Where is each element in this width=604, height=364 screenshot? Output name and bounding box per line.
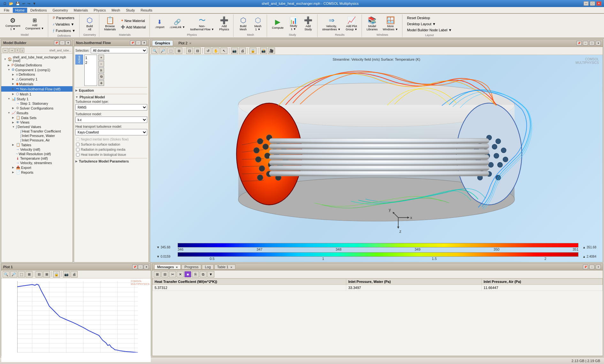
tree-item-component1[interactable]: ▼ ⚙ Component 1 (comp1) (1, 67, 73, 72)
domain-add-button[interactable]: + (98, 55, 104, 60)
nav-up-button[interactable]: ↑ (15, 48, 19, 53)
physical-model-section-header[interactable]: ▼ Physical Model (75, 94, 147, 100)
print-button[interactable]: 🖨 (239, 48, 246, 54)
graphics-tab-graphics[interactable]: Graphics (152, 40, 173, 46)
tree-item-temperature-nitf[interactable]: 🌡 Temperature (nitf) (1, 156, 73, 161)
plot1-table2[interactable]: ⊞ (43, 271, 50, 277)
close-button[interactable]: ✕ (596, 1, 601, 6)
plot1-zoom-out[interactable]: 🔎 (10, 271, 17, 277)
ribbon-mesh1-button[interactable]: ⬡ Mesh1 ▼ (251, 16, 265, 32)
axes-button[interactable]: ⊡ (186, 48, 193, 54)
qat-save[interactable]: 💾 (15, 1, 21, 6)
plot2-close-icon[interactable]: ✕ (189, 42, 192, 45)
msg-tab-messages[interactable]: Messages ✕ (154, 264, 181, 269)
surface-radiation-checkbox[interactable] (76, 143, 80, 146)
menu-geometry[interactable]: Geometry (50, 8, 70, 13)
msg-delete-button[interactable]: ⊟ (161, 271, 168, 277)
rotate-button[interactable]: ↺ (204, 48, 211, 54)
plot1-minimize-button[interactable]: ─ (138, 265, 143, 269)
msg-export-button[interactable]: ▼ (207, 271, 214, 277)
menu-mesh[interactable]: Mesh (109, 8, 123, 13)
ribbon-build-mesh-button[interactable]: ⬡ BuildMesh (236, 16, 250, 32)
msg-paste-button[interactable]: ⧉ (200, 271, 207, 277)
domain-remove-button[interactable]: − (98, 61, 104, 67)
nav-back-button[interactable]: ← (3, 48, 8, 53)
ribbon-node-label-button[interactable]: Model Builder Node Label ▼ (405, 27, 454, 33)
tree-item-wall-resolution[interactable]: ~ Wall Resolution (nitf) (1, 152, 73, 156)
tree-item-export[interactable]: ▶ 📤 Export (1, 165, 73, 170)
ribbon-import-button[interactable]: ⬇ ↓Import (152, 18, 166, 30)
domain-paste-button[interactable]: ⧉ (98, 74, 104, 80)
tree-item-tables[interactable]: ▶ 📋 Tables (1, 142, 73, 147)
plot1-pin-button[interactable]: 📌 (132, 265, 137, 269)
zoom-out-button[interactable]: 🔎 (159, 48, 166, 54)
tree-item-derived-values[interactable]: ▼ ∫ Derived Values (1, 125, 73, 129)
ribbon-add-physics-button[interactable]: ➕ AddPhysics (217, 16, 231, 32)
ribbon-browse-materials-button[interactable]: 📋 BrowseMaterials (102, 16, 118, 32)
window-controls[interactable]: ─ □ ✕ (584, 1, 601, 6)
ribbon-compute-button[interactable]: ▶ Compute (270, 17, 286, 31)
menu-file[interactable]: File (1, 8, 12, 13)
tree-item-views[interactable]: ▶ 👁 Views (1, 120, 73, 125)
ribbon-study1-button[interactable]: 📊 Study1 ▼ (287, 16, 301, 32)
tree-item-velocity-streamlines[interactable]: → Velocity, streamlines (1, 161, 73, 165)
tree-item-nif[interactable]: ▶ 〜 Non-Isothermal Flow (nitf) (1, 86, 73, 92)
msg-tab-progress[interactable]: Progress (181, 264, 201, 269)
ribbon-add-plot-group-button[interactable]: 📈 Add PlotGroup ▼ (343, 16, 359, 32)
plot1-camera[interactable]: 📷 (63, 271, 70, 277)
zoom-box-button[interactable]: ⬚ (167, 48, 174, 54)
messages-close-icon[interactable]: ✕ (176, 266, 178, 269)
turbulence-model-type-select[interactable]: RANS (75, 104, 147, 110)
ribbon-velocity-streamlines-button[interactable]: ⇒ Velocity,streamlines ▼ (320, 16, 343, 32)
turbulence-params-section-header[interactable]: ▶ Turbulence Model Parameters (75, 158, 147, 164)
ribbon-parameters-button[interactable]: Ρ Parameters (51, 15, 77, 21)
participating-media-checkbox[interactable] (76, 148, 80, 151)
ribbon-new-material-button[interactable]: ✦ New Material (119, 18, 148, 24)
plot1-zoom-fit[interactable]: ⊞ (26, 271, 33, 277)
ribbon-add-study-button[interactable]: ➕ AddStudy (301, 16, 315, 32)
tree-item-definitions[interactable]: ▶ ≡ Definitions (1, 72, 73, 77)
menu-definitions[interactable]: Definitions (28, 8, 49, 13)
plot1-lock[interactable]: 🔒 (53, 271, 60, 277)
ribbon-add-material-button[interactable]: ➕ Add Material (119, 24, 148, 30)
turbulence-model-select[interactable]: k-ε (75, 117, 147, 123)
tree-item-inlet-pressure-air[interactable]: ∫ Inlet Pressure, Air (1, 138, 73, 142)
tree-item-geometry[interactable]: ▶ △ Geometry 1 (1, 77, 73, 81)
quick-access-toolbar[interactable]: 🗋 📂 💾 ↩ ↪ ▼ (3, 1, 37, 6)
model-builder-close-button[interactable]: ✕ (65, 41, 71, 45)
equation-section-header[interactable]: ▶ Equation (75, 87, 147, 93)
heat-transport-select[interactable]: Kays-Crawford (75, 129, 147, 135)
msg-move-button[interactable]: ✂ (169, 271, 176, 277)
biological-tissue-checkbox[interactable] (76, 153, 80, 156)
graphics-tab-plot2[interactable]: Plot 2 ✕ (176, 40, 195, 46)
qat-open[interactable]: 📂 (8, 1, 14, 6)
nif-pin-button[interactable]: 📌 (130, 41, 135, 45)
nif-minimize-button[interactable]: ─ (136, 41, 141, 45)
msg-tab-log[interactable]: Log (202, 264, 213, 269)
zoom-in-button[interactable]: 🔍 (151, 48, 158, 54)
menu-results[interactable]: Results (138, 8, 155, 13)
plot1-zoom-box[interactable]: ⬚ (18, 271, 25, 277)
selection-dropdown[interactable]: All domains (91, 48, 147, 53)
tree-item-step1[interactable]: → Step 1: Stationary (1, 101, 73, 106)
tree-item-materials[interactable]: ▶ ◆ Materials (1, 81, 73, 86)
ribbon-add-component-button[interactable]: ⊞ AddComponent ▼ (23, 17, 46, 31)
maximize-button[interactable]: □ (590, 1, 595, 6)
msg-color-button[interactable]: ■ (184, 271, 191, 277)
plot1-close-button[interactable]: ✕ (144, 265, 149, 269)
lock-button[interactable]: 🔒 (249, 48, 256, 54)
graphics-header-controls[interactable]: 📌 ─ □ ✕ (577, 41, 601, 45)
ribbon-reset-desktop-button[interactable]: Reset Desktop (405, 15, 454, 21)
tree-item-reports[interactable]: ▶ 📄 Reports (1, 170, 73, 175)
menu-study[interactable]: Study (123, 8, 137, 13)
ribbon-component-button[interactable]: ⚙ Component1 ▼ (3, 16, 23, 32)
messages-close-button[interactable]: ✕ (596, 265, 601, 269)
tree-item-velocity-nitf[interactable]: → Velocity (nitf) (1, 147, 73, 152)
screenshot-button[interactable]: 📷 (231, 48, 238, 54)
axes2-button[interactable]: ⊟ (194, 48, 201, 54)
graphics-canvas[interactable]: Streamline: Velocity field (m/s) Surface… (150, 55, 603, 262)
minimize-button[interactable]: ─ (584, 1, 589, 6)
graphics-pin-button[interactable]: 📌 (577, 41, 582, 45)
messages-minimize-button[interactable]: ─ (589, 265, 594, 269)
plot1-print[interactable]: 🖨 (71, 271, 78, 277)
